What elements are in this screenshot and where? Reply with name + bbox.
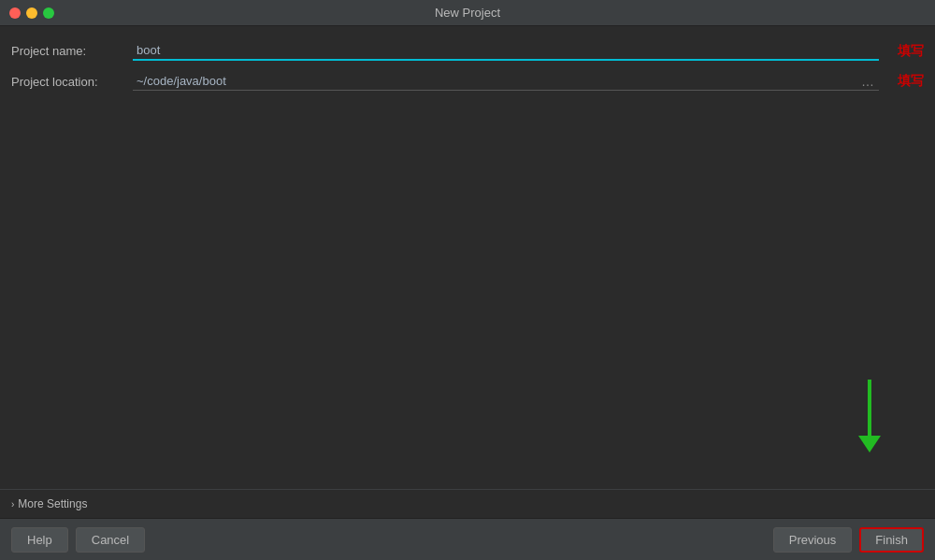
project-location-input[interactable] <box>133 72 879 91</box>
project-location-input-wrapper: … <box>133 72 879 91</box>
browse-button[interactable]: … <box>856 72 879 91</box>
project-location-label: Project location: <box>11 75 133 89</box>
previous-button[interactable]: Previous <box>773 527 853 553</box>
cancel-button[interactable]: Cancel <box>76 527 145 553</box>
arrow-head <box>858 436 881 452</box>
close-button[interactable] <box>9 7 21 19</box>
help-button[interactable]: Help <box>11 527 68 553</box>
main-content: Project name: 填写 Project location: … 填写 <box>0 26 935 518</box>
project-location-annotation: 填写 <box>898 73 924 90</box>
project-name-row: Project name: 填写 <box>0 36 935 66</box>
more-settings-bar[interactable]: › More Settings <box>0 489 935 518</box>
minimize-button[interactable] <box>26 7 37 19</box>
right-buttons: Previous Finish <box>773 527 924 553</box>
project-name-input[interactable] <box>133 41 879 61</box>
more-settings-arrow-icon: › <box>11 499 14 510</box>
more-settings-label[interactable]: More Settings <box>18 497 87 510</box>
project-name-annotation: 填写 <box>898 43 924 60</box>
window-controls[interactable] <box>9 7 54 19</box>
bottom-bar: Help Cancel Previous Finish <box>0 518 935 560</box>
project-location-row: Project location: … 填写 <box>0 66 935 96</box>
arrow-shaft <box>868 380 871 436</box>
title-bar: New Project <box>0 0 935 26</box>
project-name-input-wrapper <box>133 41 879 61</box>
finish-button[interactable]: Finish <box>859 527 924 553</box>
window-title: New Project <box>435 6 500 20</box>
arrow-annotation <box>858 380 881 452</box>
maximize-button[interactable] <box>43 7 54 19</box>
left-buttons: Help Cancel <box>11 527 145 553</box>
project-name-label: Project name: <box>11 44 133 58</box>
